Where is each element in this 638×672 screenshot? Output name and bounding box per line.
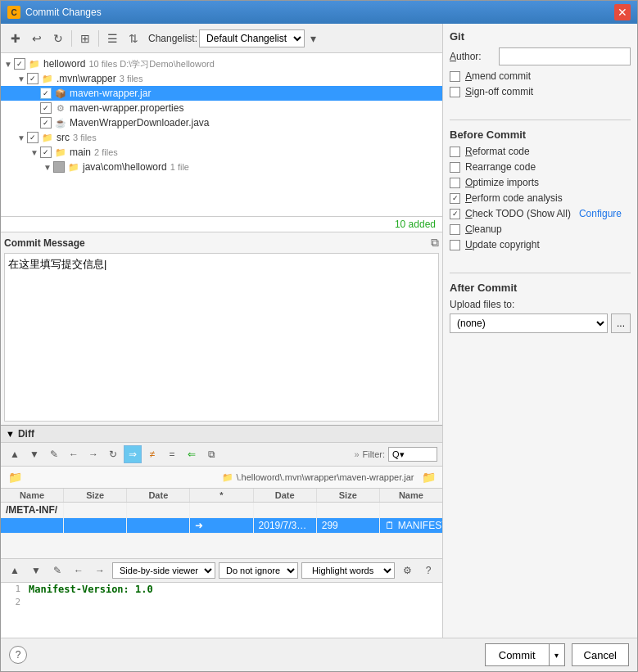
arrow-icon: ▼ — [17, 133, 27, 142]
tree-item-mvn[interactable]: ▼ 📁 .mvn\wrapper 3 files — [1, 71, 442, 86]
viewer-down-btn[interactable]: ▼ — [27, 562, 45, 580]
commit-msg-header: Commit Message ⧉ — [4, 236, 439, 250]
viewer-mode-select[interactable]: Side-by-side viewer — [112, 562, 215, 579]
refresh-button[interactable]: ↻ — [48, 29, 68, 48]
cancel-button[interactable]: Cancel — [572, 643, 629, 666]
viewer-right-btn[interactable]: → — [91, 562, 109, 580]
copyright-checkbox[interactable] — [450, 240, 460, 250]
ignore-select[interactable]: Do not ignore — [219, 562, 298, 579]
file-tree: ▼ 📁 helloword 10 files D:\学习Demo\hellowo… — [1, 53, 442, 217]
tree-label: maven-wrapper.jar — [70, 88, 151, 99]
help-button[interactable]: ? — [9, 646, 27, 664]
sort-button[interactable]: ⇅ — [124, 29, 143, 48]
diff-file-bar: 📁 📁 \.helloword\.mvn\wrapper\maven-wrapp… — [1, 467, 442, 489]
diff-row-manifest[interactable]: ➜ 2019/7/31 0... 299 🗒MANIFEST.MF — [1, 518, 442, 534]
tree-item-src[interactable]: ▼ 📁 src 3 files — [1, 130, 442, 145]
divider-2 — [450, 273, 631, 273]
arrow-icon: ▼ — [43, 163, 53, 172]
diff-right-btn[interactable]: → — [84, 445, 102, 463]
prop-icon: ⚙ — [54, 101, 67, 115]
checkbox-props[interactable] — [40, 102, 52, 114]
commit-message-input[interactable]: 在这里填写提交信息| — [4, 253, 439, 422]
grid-button[interactable]: ⊞ — [75, 29, 95, 48]
signoff-commit-checkbox[interactable] — [450, 87, 460, 97]
checkbox-jar[interactable] — [40, 88, 52, 99]
tree-item-maven-downloader[interactable]: ▶ ☕ MavenWrapperDownloader.java — [1, 115, 442, 130]
diff-header[interactable]: ▼ Diff — [1, 426, 442, 443]
before-commit-title: Before Commit — [450, 129, 631, 141]
configure-link[interactable]: Configure — [579, 208, 622, 219]
viewer-up-btn[interactable]: ▲ — [6, 562, 24, 580]
diff-refresh-btn[interactable]: ↻ — [104, 445, 122, 463]
highlight-select[interactable]: Highlight words — [301, 562, 395, 579]
diff-neq-btn[interactable]: ≠ — [143, 445, 161, 463]
checkbox-helloword[interactable] — [14, 58, 25, 70]
tree-item-java-pkg[interactable]: ▼ 📁 java\com\helloword 1 file — [1, 160, 442, 174]
cleanup-checkbox[interactable] — [450, 224, 460, 235]
commit-button[interactable]: Commit — [485, 643, 549, 666]
undo-button[interactable]: ↩ — [27, 29, 47, 48]
cell-name-right: 🗒MANIFEST.MF — [380, 518, 442, 533]
todo-label: Check TODO (Show All) — [465, 208, 571, 219]
diff-move-right-btn[interactable]: ⇒ — [124, 445, 142, 463]
diff-top-toolbar: ▲ ▼ ✎ ← → ↻ ⇒ ≠ = ⇐ ⧉ » Filter: — [1, 443, 442, 467]
author-input[interactable] — [499, 47, 631, 65]
viewer-edit-btn[interactable]: ✎ — [48, 562, 66, 580]
commit-dropdown-button[interactable]: ▾ — [549, 643, 565, 666]
copyright-row: Update copyright — [450, 239, 631, 250]
changelist-dropdown[interactable]: ▾ — [306, 29, 319, 48]
folder-icon: 📁 — [28, 57, 41, 70]
checkbox-pkg[interactable] — [53, 161, 65, 173]
checkbox-src[interactable] — [27, 132, 38, 143]
tree-item-maven-jar[interactable]: ▶ 📦 maven-wrapper.jar — [1, 86, 442, 101]
tree-item-helloword[interactable]: ▼ 📁 helloword 10 files D:\学习Demo\hellowo… — [1, 56, 442, 71]
upload-options-btn[interactable]: ... — [611, 313, 631, 333]
rearrange-checkbox[interactable] — [450, 162, 460, 173]
optimize-checkbox[interactable] — [450, 178, 460, 188]
cell-name-left: /META-INF/ — [1, 503, 64, 517]
todo-checkbox[interactable] — [450, 209, 460, 219]
diff-left-btn[interactable]: ← — [65, 445, 83, 463]
tree-item-maven-props[interactable]: ▶ ⚙ maven-wrapper.properties — [1, 101, 442, 115]
list-button[interactable]: ☰ — [102, 29, 122, 48]
arrow-icon: ▼ — [17, 74, 27, 83]
code-analysis-checkbox[interactable] — [450, 193, 460, 204]
changelist-select[interactable]: Default Changelist — [199, 29, 305, 47]
copy-icon[interactable]: ⧉ — [431, 236, 439, 250]
checkbox-java[interactable] — [40, 117, 52, 129]
tree-meta: 2 files — [94, 147, 118, 157]
author-label: Author: — [450, 51, 499, 62]
upload-select[interactable]: (none) — [450, 313, 608, 333]
cell-size-left — [64, 503, 127, 517]
amend-commit-checkbox[interactable] — [450, 71, 460, 82]
changelist-label: Changelist: — [148, 33, 197, 44]
line-content — [25, 597, 442, 607]
bottom-right: Commit ▾ Cancel — [485, 643, 629, 666]
diff-extra-btn[interactable]: ⧉ — [202, 445, 220, 463]
tree-item-main[interactable]: ▼ 📁 main 2 files — [1, 145, 442, 160]
help-icon[interactable]: ? — [419, 562, 437, 580]
file-left-folder-btn[interactable]: 📁 — [6, 468, 24, 486]
diff-up-btn[interactable]: ▲ — [6, 445, 24, 463]
add-button[interactable]: ✚ — [6, 29, 25, 48]
diff-eq-btn[interactable]: = — [163, 445, 181, 463]
diff-row-metainf[interactable]: /META-INF/ — [1, 503, 442, 518]
cell-date-right: 2019/7/31 0... — [254, 518, 317, 533]
code-analysis-row: Perform code analysis — [450, 192, 631, 204]
tree-meta: 3 files — [73, 133, 97, 142]
close-button[interactable]: ✕ — [614, 4, 631, 20]
cell-star — [190, 503, 253, 517]
arrow-icon: ▼ — [4, 60, 14, 69]
diff-edit-btn[interactable]: ✎ — [45, 445, 63, 463]
optimize-label: Optimize imports — [465, 177, 539, 188]
checkbox-mvn[interactable] — [27, 73, 38, 84]
checkbox-main[interactable] — [40, 147, 52, 158]
reformat-checkbox[interactable] — [450, 147, 460, 157]
filter-input[interactable] — [388, 447, 437, 462]
file-right-folder-btn[interactable]: 📁 — [419, 468, 437, 486]
settings-icon[interactable]: ⚙ — [398, 562, 416, 580]
diff-move-left-btn[interactable]: ⇐ — [183, 445, 201, 463]
tree-label: src — [57, 132, 70, 143]
diff-down-btn[interactable]: ▼ — [25, 445, 43, 463]
viewer-left-btn[interactable]: ← — [70, 562, 88, 580]
